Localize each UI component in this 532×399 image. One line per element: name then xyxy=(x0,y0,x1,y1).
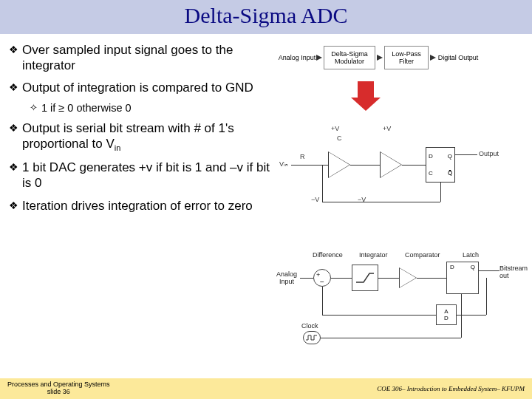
label-minusV: −V xyxy=(311,196,319,203)
bullet-text: Output of integration is compared to GND xyxy=(22,81,278,96)
label-bitstream: Bitstream out xyxy=(499,265,529,279)
arrow-right-icon xyxy=(316,55,322,61)
wire xyxy=(300,278,313,279)
opamp-icon xyxy=(328,151,350,178)
label-C: C xyxy=(337,134,342,142)
label-vin: Vᵢₙ xyxy=(279,160,288,168)
label-Q: Q xyxy=(471,264,475,270)
wire xyxy=(331,278,352,279)
wire xyxy=(479,270,499,271)
label-R: R xyxy=(300,153,305,160)
bullet-item: ❖ Iteration drives integration of error … xyxy=(9,199,278,214)
slide-title: Delta-Sigma ADC xyxy=(0,3,532,28)
wire xyxy=(313,165,328,166)
bullet-text: Output is serial bit stream with # of 1'… xyxy=(22,121,278,154)
bullet-text: 1 bit DAC generates +v if bit is 1 and –… xyxy=(22,160,278,191)
summing-node: + − xyxy=(313,269,331,287)
wire xyxy=(350,165,380,166)
wire xyxy=(455,154,477,155)
integrator-icon xyxy=(355,270,375,285)
label-plusV: +V xyxy=(383,125,391,132)
bullet-text: Iteration drives integration of error to… xyxy=(22,199,278,214)
diamond-bullet-icon: ❖ xyxy=(9,81,22,96)
diamond-bullet-icon: ❖ xyxy=(9,43,22,73)
footer-left-line2: slide 36 xyxy=(7,389,110,396)
label-D: D xyxy=(429,153,433,160)
clock-icon xyxy=(305,334,318,341)
arrow-right-icon xyxy=(430,55,436,61)
circuit-diagram: Vᵢₙ R +V C +V D Q C Q̄ Output xyxy=(278,109,522,227)
label-analog-in: Analog Input xyxy=(272,270,301,285)
label-A: A xyxy=(444,308,448,315)
block-digital-output: Digital Output xyxy=(437,46,479,69)
arrow-right-icon xyxy=(377,55,383,61)
diamond-bullet-icon: ❖ xyxy=(9,121,22,154)
dac-block: A D xyxy=(436,304,457,325)
title-bar: Delta-Sigma ADC xyxy=(0,0,532,34)
block-lowpass: Low-Pass Filter xyxy=(384,46,429,69)
wire xyxy=(402,165,426,166)
sub-bullet-text: 1 if ≥ 0 otherwise 0 xyxy=(41,102,278,115)
bullet-item: ❖ Over sampled input signal goes to the … xyxy=(9,43,278,73)
wire xyxy=(417,278,446,279)
label-D: D xyxy=(444,315,449,321)
diamond-bullet-icon: ❖ xyxy=(9,199,22,214)
opamp-icon xyxy=(380,151,402,178)
label-latch: Latch xyxy=(463,251,479,259)
label-plusV: +V xyxy=(331,125,339,132)
wire xyxy=(378,278,399,279)
bottom-diagram: Difference Integrator Comparator Latch A… xyxy=(272,251,527,355)
wire xyxy=(322,202,440,202)
label-comparator: Comparator xyxy=(405,251,440,259)
bullet-text: Over sampled input signal goes to the in… xyxy=(22,43,278,73)
block-delta-sigma: Delta-Sigma Modulator xyxy=(324,46,375,69)
wire xyxy=(322,287,323,315)
wire xyxy=(486,278,487,315)
integrator-block xyxy=(352,265,378,291)
subscript: in xyxy=(115,143,121,152)
footer-left: Processes and Operating Systems slide 36 xyxy=(7,381,110,396)
bullet-item: ❖ 1 bit DAC generates +v if bit is 1 and… xyxy=(9,160,278,191)
label-D: D xyxy=(450,264,454,270)
label-difference: Difference xyxy=(313,251,343,259)
footer-right: COE 306– Introduction to Embedded System… xyxy=(377,385,525,392)
diamond-bullet-icon: ❖ xyxy=(9,160,22,191)
flipflop: D Q C Q̄ xyxy=(426,147,455,183)
down-arrow-icon xyxy=(358,81,374,98)
sub-bullet-item: ✧ 1 if ≥ 0 otherwise 0 xyxy=(30,102,278,115)
bullet-list: ❖ Over sampled input signal goes to the … xyxy=(9,38,278,222)
footer: Processes and Operating Systems slide 36… xyxy=(0,378,532,399)
bullet-item: ❖ Output of integration is compared to G… xyxy=(9,81,278,96)
block-analog-input: Analog Input xyxy=(278,46,316,69)
wire xyxy=(440,183,441,202)
diagram-area: Analog Input Delta-Sigma Modulator Low-P… xyxy=(278,38,526,222)
bullet-span: Output is serial bit stream with # of 1'… xyxy=(22,121,234,151)
label-Cclk: C xyxy=(429,170,433,177)
label-Q: Q xyxy=(448,153,452,160)
latch-block: D Q xyxy=(446,262,479,294)
label-clock: Clock xyxy=(301,322,318,330)
wire xyxy=(322,165,323,202)
label-Qbar: Q̄ xyxy=(448,170,452,177)
wire xyxy=(321,338,461,338)
wire xyxy=(461,294,462,338)
comparator-icon xyxy=(399,267,417,288)
bullet-item: ❖ Output is serial bit stream with # of … xyxy=(9,121,278,154)
label-integrator: Integrator xyxy=(359,251,388,259)
wire xyxy=(322,315,436,316)
label-output: Output xyxy=(479,150,499,157)
wire xyxy=(291,165,313,166)
sub-bullet-icon: ✧ xyxy=(30,102,41,115)
clock-source xyxy=(303,331,321,344)
label-minus: − xyxy=(320,278,324,286)
content-area: ❖ Over sampled input signal goes to the … xyxy=(0,34,532,222)
